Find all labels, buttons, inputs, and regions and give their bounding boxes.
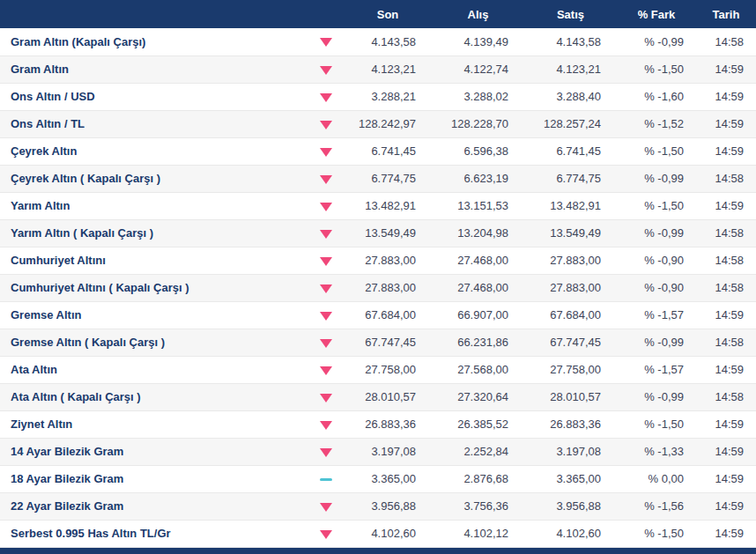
trend-down-icon bbox=[320, 203, 332, 211]
table-row[interactable]: Yarım Altın 13.482,91 13.151,53 13.482,9… bbox=[0, 192, 756, 219]
alis-value: 27.320,64 bbox=[432, 383, 524, 410]
trend-cell bbox=[308, 438, 344, 465]
son-value: 3.197,08 bbox=[344, 438, 432, 465]
table-row[interactable]: Çeyrek Altın ( Kapalı Çarşı ) 6.774,75 6… bbox=[0, 165, 756, 192]
trend-down-icon bbox=[320, 284, 332, 293]
gold-prices-table: Son Alış Satış % Fark Tarih Gram Altın (… bbox=[0, 0, 756, 548]
son-value: 4.123,21 bbox=[344, 55, 432, 83]
trend-cell bbox=[308, 520, 344, 547]
table-row[interactable]: Ata Altın 27.758,00 27.568,00 27.758,00 … bbox=[0, 356, 756, 383]
instrument-name[interactable]: Gram Altın (Kapalı Çarşı) bbox=[0, 28, 308, 55]
satis-value: 27.883,00 bbox=[524, 274, 617, 301]
table-row[interactable]: 18 Ayar Bilezik Gram 3.365,00 2.876,68 3… bbox=[0, 465, 756, 492]
tarih-value: 14:59 bbox=[696, 465, 756, 492]
table-row[interactable]: Ons Altın / USD 3.288,21 3.288,02 3.288,… bbox=[0, 83, 756, 110]
alis-value: 6.596,38 bbox=[432, 137, 524, 165]
alis-column-header: Alış bbox=[432, 0, 524, 28]
instrument-name[interactable]: 22 Ayar Bilezik Gram bbox=[0, 492, 308, 520]
fark-value: % -0,99 bbox=[617, 219, 696, 247]
instrument-name[interactable]: Gram Altın bbox=[0, 55, 308, 83]
table-row[interactable]: Gram Altın (Kapalı Çarşı) 4.143,58 4.139… bbox=[0, 28, 756, 55]
satis-value: 3.288,40 bbox=[524, 83, 617, 110]
satis-value: 67.747,45 bbox=[524, 329, 617, 356]
table-header-row: Son Alış Satış % Fark Tarih bbox=[0, 0, 756, 28]
table-row[interactable]: Ons Altın / TL 128.242,97 128.228,70 128… bbox=[0, 110, 756, 137]
trend-down-icon bbox=[320, 339, 332, 348]
trend-cell bbox=[308, 465, 344, 492]
instrument-name[interactable]: Çeyrek Altın bbox=[0, 137, 308, 165]
alis-value: 4.102,12 bbox=[432, 520, 524, 547]
trend-down-icon bbox=[320, 530, 332, 539]
instrument-name[interactable]: Çeyrek Altın ( Kapalı Çarşı ) bbox=[0, 165, 308, 192]
son-value: 67.747,45 bbox=[344, 329, 432, 356]
satis-value: 13.482,91 bbox=[524, 192, 617, 219]
trend-down-icon bbox=[320, 121, 332, 129]
tarih-value: 14:59 bbox=[696, 192, 756, 219]
son-value: 6.774,75 bbox=[344, 165, 432, 192]
table-row[interactable]: Çeyrek Altın 6.741,45 6.596,38 6.741,45 … bbox=[0, 137, 756, 165]
table-row[interactable]: 22 Ayar Bilezik Gram 3.956,88 3.756,36 3… bbox=[0, 492, 756, 520]
table-row[interactable]: Yarım Altın ( Kapalı Çarşı ) 13.549,49 1… bbox=[0, 219, 756, 247]
trend-cell bbox=[308, 301, 344, 329]
instrument-name[interactable]: Gremse Altın ( Kapalı Çarşı ) bbox=[0, 329, 308, 356]
table-row[interactable]: Serbest 0.995 Has Altın TL/Gr 4.102,60 4… bbox=[0, 520, 756, 547]
table-row[interactable]: Gremse Altın ( Kapalı Çarşı ) 67.747,45 … bbox=[0, 329, 756, 356]
table-row[interactable]: Ziynet Altın 26.883,36 26.385,52 26.883,… bbox=[0, 410, 756, 438]
instrument-name[interactable]: Ons Altın / USD bbox=[0, 83, 308, 110]
instrument-name[interactable]: Ons Altın / TL bbox=[0, 110, 308, 137]
tarih-value: 14:59 bbox=[696, 110, 756, 137]
trend-down-icon bbox=[320, 394, 332, 403]
tarih-value: 14:58 bbox=[696, 28, 756, 55]
alis-value: 2.252,84 bbox=[432, 438, 524, 465]
trend-cell bbox=[308, 192, 344, 219]
son-column-header: Son bbox=[344, 0, 432, 28]
instrument-name[interactable]: 18 Ayar Bilezik Gram bbox=[0, 465, 308, 492]
fark-value: % -1,50 bbox=[617, 137, 696, 165]
tarih-value: 14:58 bbox=[696, 383, 756, 410]
alis-value: 27.468,00 bbox=[432, 247, 524, 274]
son-value: 13.549,49 bbox=[344, 219, 432, 247]
table-row[interactable]: Gremse Altın 67.684,00 66.907,00 67.684,… bbox=[0, 301, 756, 329]
trend-down-icon bbox=[320, 366, 332, 375]
trend-column-header bbox=[308, 0, 344, 28]
fark-value: % -1,56 bbox=[617, 492, 696, 520]
table-row[interactable]: Gram Altın 4.123,21 4.122,74 4.123,21 % … bbox=[0, 55, 756, 83]
tarih-value: 14:58 bbox=[696, 219, 756, 247]
table-row[interactable]: Cumhuriyet Altını 27.883,00 27.468,00 27… bbox=[0, 247, 756, 274]
table-row[interactable]: Ata Altın ( Kapalı Çarşı ) 28.010,57 27.… bbox=[0, 383, 756, 410]
instrument-name[interactable]: Cumhuriyet Altını bbox=[0, 247, 308, 274]
son-value: 3.956,88 bbox=[344, 492, 432, 520]
alis-value: 128.228,70 bbox=[432, 110, 524, 137]
trend-cell bbox=[308, 55, 344, 83]
alis-value: 6.623,19 bbox=[432, 165, 524, 192]
son-value: 3.288,21 bbox=[344, 83, 432, 110]
instrument-name[interactable]: Yarım Altın bbox=[0, 192, 308, 219]
trend-flat-icon bbox=[320, 478, 332, 481]
instrument-name[interactable]: Ata Altın bbox=[0, 356, 308, 383]
tarih-value: 14:59 bbox=[696, 83, 756, 110]
fark-value: % -1,33 bbox=[617, 438, 696, 465]
instrument-name[interactable]: Ziynet Altın bbox=[0, 410, 308, 438]
fark-value: % 0,00 bbox=[617, 465, 696, 492]
fark-value: % -0,99 bbox=[617, 383, 696, 410]
instrument-name[interactable]: Cumhuriyet Altını ( Kapalı Çarşı ) bbox=[0, 274, 308, 301]
trend-down-icon bbox=[320, 312, 332, 321]
tarih-value: 14:58 bbox=[696, 165, 756, 192]
alis-value: 27.568,00 bbox=[432, 356, 524, 383]
alis-value: 3.756,36 bbox=[432, 492, 524, 520]
trend-cell bbox=[308, 274, 344, 301]
trend-down-icon bbox=[320, 148, 332, 157]
instrument-name[interactable]: Yarım Altın ( Kapalı Çarşı ) bbox=[0, 219, 308, 247]
satis-value: 4.143,58 bbox=[524, 28, 617, 55]
instrument-name[interactable]: 14 Ayar Bilezik Gram bbox=[0, 438, 308, 465]
alis-value: 27.468,00 bbox=[432, 274, 524, 301]
fark-value: % -1,57 bbox=[617, 301, 696, 329]
table-row[interactable]: Cumhuriyet Altını ( Kapalı Çarşı ) 27.88… bbox=[0, 274, 756, 301]
alis-value: 13.151,53 bbox=[432, 192, 524, 219]
table-row[interactable]: 14 Ayar Bilezik Gram 3.197,08 2.252,84 3… bbox=[0, 438, 756, 465]
son-value: 27.758,00 bbox=[344, 356, 432, 383]
son-value: 6.741,45 bbox=[344, 137, 432, 165]
instrument-name[interactable]: Ata Altın ( Kapalı Çarşı ) bbox=[0, 383, 308, 410]
instrument-name[interactable]: Gremse Altın bbox=[0, 301, 308, 329]
instrument-name[interactable]: Serbest 0.995 Has Altın TL/Gr bbox=[0, 520, 308, 547]
